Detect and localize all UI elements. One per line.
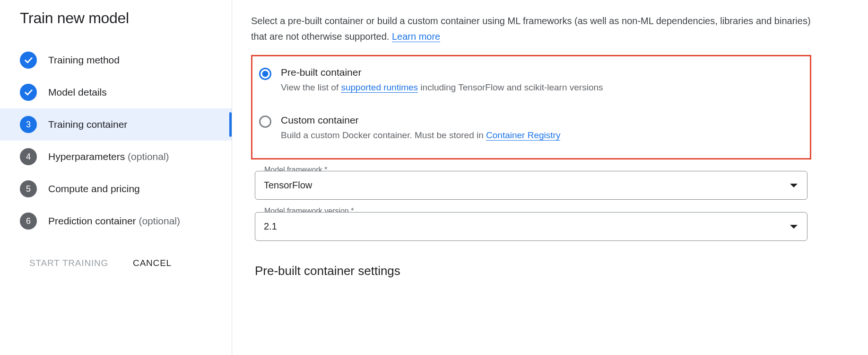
step-hyperparameters[interactable]: 4 Hyperparameters (optional) bbox=[0, 141, 232, 173]
step-label: Prediction container (optional) bbox=[48, 215, 180, 227]
select-value: TensorFlow bbox=[255, 171, 807, 200]
container-type-radio-group: Pre-built container View the list of sup… bbox=[251, 55, 811, 160]
step-label: Training container bbox=[48, 119, 127, 130]
step-model-details[interactable]: Model details bbox=[0, 76, 232, 108]
step-training-method[interactable]: Training method bbox=[0, 44, 232, 76]
step-label: Model details bbox=[48, 87, 107, 98]
step-number-icon: 4 bbox=[20, 148, 37, 165]
check-icon bbox=[20, 84, 37, 101]
step-label: Compute and pricing bbox=[48, 183, 140, 195]
sidebar: Train new model Training method Model de… bbox=[0, 0, 232, 355]
learn-more-link[interactable]: Learn more bbox=[392, 31, 440, 42]
step-training-container[interactable]: 3 Training container bbox=[0, 108, 232, 141]
step-prediction-container[interactable]: 6 Prediction container (optional) bbox=[0, 205, 232, 237]
radio-title: Pre-built container bbox=[281, 67, 603, 78]
container-registry-link[interactable]: Container Registry bbox=[486, 130, 560, 141]
select-value: 2.1 bbox=[255, 212, 807, 241]
cancel-button[interactable]: CANCEL bbox=[133, 258, 172, 268]
radio-prebuilt-container[interactable]: Pre-built container View the list of sup… bbox=[258, 64, 804, 98]
main-content: Select a pre-built container or build a … bbox=[232, 0, 868, 355]
radio-title: Custom container bbox=[281, 115, 560, 126]
start-training-button[interactable]: START TRAINING bbox=[29, 258, 108, 268]
sidebar-actions: START TRAINING CANCEL bbox=[29, 258, 232, 268]
supported-runtimes-link[interactable]: supported runtimes bbox=[341, 82, 418, 93]
radio-selected-icon bbox=[259, 68, 271, 80]
radio-description: View the list of supported runtimes incl… bbox=[281, 81, 603, 95]
chevron-down-icon bbox=[790, 225, 798, 229]
radio-body: Pre-built container View the list of sup… bbox=[281, 67, 603, 95]
step-number-icon: 6 bbox=[20, 213, 37, 230]
model-framework-version-select[interactable]: Model framework version * 2.1 bbox=[255, 212, 807, 241]
model-framework-select[interactable]: Model framework * TensorFlow bbox=[255, 171, 807, 200]
step-number-icon: 5 bbox=[20, 180, 37, 197]
section-title: Pre-built container settings bbox=[255, 264, 811, 278]
step-label: Training method bbox=[48, 54, 120, 66]
chevron-down-icon bbox=[790, 184, 798, 187]
radio-body: Custom container Build a custom Docker c… bbox=[281, 115, 560, 142]
description-text: Select a pre-built container or build a … bbox=[251, 13, 811, 44]
step-compute-pricing[interactable]: 5 Compute and pricing bbox=[0, 173, 232, 205]
page-title: Train new model bbox=[20, 9, 232, 27]
step-number-icon: 3 bbox=[20, 116, 37, 133]
radio-custom-container[interactable]: Custom container Build a custom Docker c… bbox=[258, 112, 804, 145]
step-label: Hyperparameters (optional) bbox=[48, 151, 169, 162]
check-icon bbox=[20, 52, 37, 69]
radio-unselected-icon bbox=[259, 115, 271, 128]
radio-description: Build a custom Docker container. Must be… bbox=[281, 129, 560, 142]
step-list: Training method Model details 3 Training… bbox=[0, 44, 232, 237]
